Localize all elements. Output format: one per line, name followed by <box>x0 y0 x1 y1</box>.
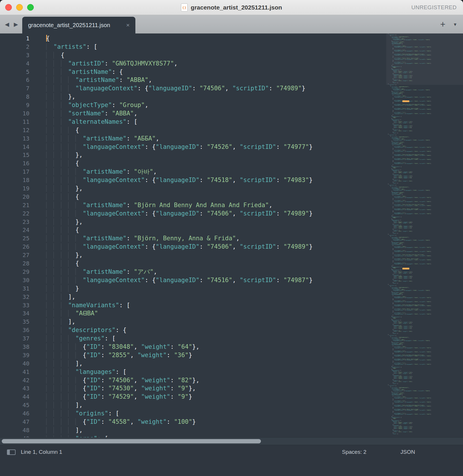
line-number[interactable]: 46 <box>0 409 34 418</box>
line-number[interactable]: 28 <box>0 259 34 268</box>
zoom-window-button[interactable] <box>27 4 34 11</box>
line-number[interactable]: 16 <box>0 159 34 168</box>
line-number[interactable]: 42 <box>0 376 34 385</box>
json-key: "languageID" <box>406 301 413 302</box>
code-text: {"ID": "83048", "weight": "64"}, <box>34 343 199 351</box>
line-number[interactable]: 6 <box>0 76 34 84</box>
line-number[interactable]: 32 <box>0 293 34 301</box>
line-number[interactable]: 10 <box>0 109 34 118</box>
json-key: "languageID" <box>406 247 413 248</box>
line-number[interactable]: 22 <box>0 209 34 218</box>
line-number[interactable]: 2 <box>0 43 34 51</box>
line-number[interactable]: 49 <box>0 434 34 437</box>
json-key: "weight" <box>403 423 407 424</box>
json-key: "weight" <box>403 181 407 182</box>
tab-overflow-icon[interactable]: ▼ <box>453 22 457 27</box>
line-number[interactable]: 43 <box>0 384 34 393</box>
json-string: "74506" <box>413 140 417 141</box>
code-token: , <box>408 36 409 38</box>
json-string: "74987" <box>426 263 430 265</box>
json-key: "scriptID" <box>419 310 425 311</box>
line-number[interactable]: 39 <box>0 351 34 359</box>
line-number[interactable]: 9 <box>0 101 34 109</box>
line-number[interactable]: 8 <box>0 93 34 101</box>
line-number[interactable]: 27 <box>0 251 34 259</box>
tab-gracenote-artist-json[interactable]: gracenote_artist_20251211.json × <box>22 17 135 33</box>
close-window-button[interactable] <box>5 4 12 11</box>
line-number[interactable]: 35 <box>0 318 34 326</box>
code-token: , <box>408 86 409 87</box>
line-number[interactable]: 17 <box>0 168 34 176</box>
horizontal-scrollbar-thumb[interactable] <box>2 439 261 443</box>
line-number[interactable]: 4 <box>0 59 34 68</box>
editor-pane[interactable]: 1{2 "artists": [3 {4 "artistID": "GN6TQJ… <box>0 33 463 437</box>
indentation-setting[interactable]: Spaces: 2 <box>342 449 367 455</box>
tab-close-icon[interactable]: × <box>126 22 130 29</box>
line-number[interactable]: 40 <box>0 359 34 368</box>
indent-guide <box>46 260 53 267</box>
line-number[interactable]: 30 <box>0 276 34 284</box>
line-number[interactable]: 23 <box>0 218 34 226</box>
minimap[interactable]: { "artists": [ { "artistID": "GN6TQJHMVX… <box>386 33 463 437</box>
json-key: "scriptID" <box>419 255 425 256</box>
json-key: "languageID" <box>406 105 413 106</box>
json-key: "scriptID" <box>240 210 276 217</box>
nav-forward-icon[interactable]: ▶ <box>14 21 18 28</box>
line-number[interactable]: 31 <box>0 284 34 293</box>
line-number[interactable]: 19 <box>0 184 34 193</box>
line-number[interactable]: 34 <box>0 309 34 318</box>
line-number[interactable]: 18 <box>0 176 34 184</box>
code-token: { <box>83 352 86 359</box>
line-number[interactable]: 7 <box>0 84 34 93</box>
line-number[interactable]: 13 <box>0 134 34 143</box>
line-number[interactable]: 21 <box>0 201 34 209</box>
line-number[interactable]: 45 <box>0 401 34 409</box>
line-number[interactable]: 12 <box>0 126 34 134</box>
json-string: "4558" <box>398 381 402 382</box>
json-string: "74987" <box>426 414 430 415</box>
panel-toggle-icon[interactable] <box>7 449 16 455</box>
line-number[interactable]: 44 <box>0 393 34 401</box>
new-tab-icon[interactable]: + <box>440 20 445 29</box>
minimize-window-button[interactable] <box>16 4 23 11</box>
line-number[interactable]: 29 <box>0 268 34 276</box>
line-number[interactable]: 11 <box>0 118 34 126</box>
json-key: "languageContext" <box>83 243 145 250</box>
line-number[interactable]: 25 <box>0 234 34 243</box>
json-key: "weight" <box>403 222 407 224</box>
line-number[interactable]: 41 <box>0 368 34 376</box>
horizontal-scrollbar[interactable] <box>0 437 463 445</box>
line-number[interactable]: 24 <box>0 226 34 234</box>
caret-position-label: Line 1, Column 1 <box>21 449 62 455</box>
indent-guide <box>75 135 83 142</box>
json-key: "eras" <box>393 132 396 134</box>
line-number[interactable]: 33 <box>0 301 34 310</box>
line-number[interactable]: 15 <box>0 151 34 159</box>
indent-guide <box>53 202 61 209</box>
line-number[interactable]: 1 <box>0 34 34 43</box>
nav-back-icon[interactable]: ◀ <box>5 21 9 28</box>
indent-guide <box>53 85 61 92</box>
code-token: , <box>408 187 409 188</box>
code-text: "languageContext": {"languageID": "74518… <box>34 176 313 184</box>
line-number[interactable]: 36 <box>0 326 34 334</box>
json-key: "languageID" <box>406 364 413 365</box>
code-token: { <box>61 52 65 59</box>
json-string: "AᗺBA" <box>75 310 98 317</box>
syntax-setting[interactable]: JSON <box>400 449 415 455</box>
indent-guide <box>61 360 68 367</box>
line-number[interactable]: 37 <box>0 334 34 343</box>
line-number[interactable]: 26 <box>0 243 34 251</box>
line-number[interactable]: 47 <box>0 418 34 426</box>
json-key: "languageID" <box>156 143 199 150</box>
line-number[interactable]: 5 <box>0 68 34 76</box>
line-number[interactable]: 14 <box>0 143 34 151</box>
title-bar[interactable]: { } gracenote_artist_20251211.json UNREG… <box>0 0 463 15</box>
line-number[interactable]: 20 <box>0 193 34 201</box>
line-number[interactable]: 3 <box>0 51 34 59</box>
indent-guide <box>53 352 61 359</box>
json-key: "languageContext" <box>394 297 404 298</box>
line-number[interactable]: 38 <box>0 343 34 351</box>
json-key: "scriptID" <box>418 39 424 40</box>
line-number[interactable]: 48 <box>0 426 34 434</box>
